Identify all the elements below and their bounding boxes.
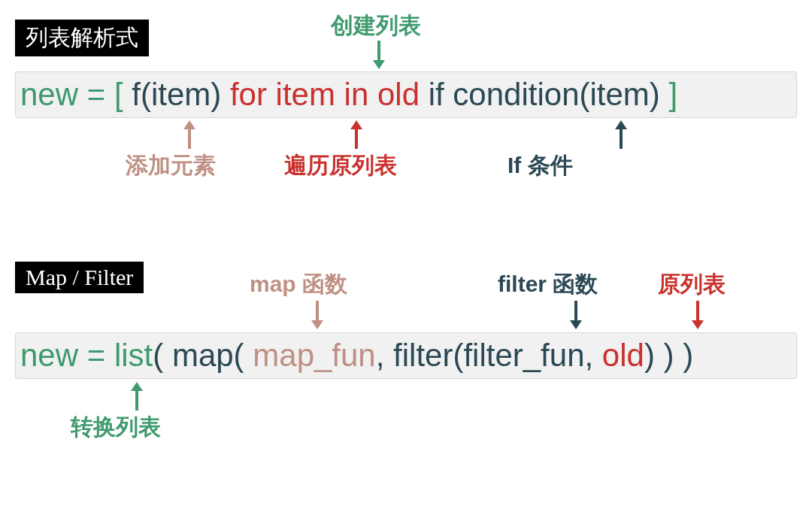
arrow-up-icon <box>611 120 632 150</box>
svg-marker-1 <box>373 60 385 69</box>
code-token: new = <box>20 338 114 373</box>
svg-marker-15 <box>131 382 143 391</box>
svg-marker-3 <box>183 120 195 129</box>
code-listcomp: new = [ f(item) for item in old if condi… <box>15 71 797 118</box>
code-token: if condition(item) <box>429 77 669 112</box>
code-mapfilter: new = list( map( map_fun, filter(filter_… <box>15 332 797 379</box>
svg-marker-5 <box>350 120 362 129</box>
arrow-down-icon <box>565 299 586 329</box>
svg-marker-13 <box>692 320 704 329</box>
arrow-up-icon <box>179 120 200 150</box>
annot-to-list: 转换列表 <box>71 412 161 443</box>
code-token: , <box>585 338 602 373</box>
code-token: [ <box>114 77 132 112</box>
code-token: new = <box>20 77 114 112</box>
annot-map-fn: map 函数 <box>250 269 347 300</box>
code-token: f(item) <box>132 77 230 112</box>
arrow-down-icon <box>368 39 389 69</box>
code-token: list <box>114 338 153 373</box>
arrow-down-icon <box>687 299 708 329</box>
arrow-up-icon <box>126 382 147 412</box>
code-token: , filter( <box>376 338 464 373</box>
code-token: ] <box>668 77 677 112</box>
annot-filter-fn: filter 函数 <box>498 269 598 300</box>
tag-map-filter: Map / Filter <box>15 262 144 293</box>
annot-orig-list: 原列表 <box>658 269 726 300</box>
code-token: for item in old <box>230 77 429 112</box>
annot-if-cond: If 条件 <box>508 150 573 181</box>
code-token: old <box>602 338 644 373</box>
code-token: filter_fun <box>463 338 584 373</box>
code-token: ) ) ) <box>644 338 693 373</box>
annot-create-list: 创建列表 <box>331 11 421 41</box>
code-token: map_fun <box>253 338 375 373</box>
arrow-down-icon <box>307 299 328 329</box>
tag-list-comp: 列表解析式 <box>15 20 149 56</box>
svg-marker-7 <box>615 120 627 129</box>
arrow-up-icon <box>346 120 367 150</box>
code-token: ( map( <box>153 338 253 373</box>
svg-marker-11 <box>570 320 582 329</box>
svg-marker-9 <box>311 320 323 329</box>
annot-iterate: 遍历原列表 <box>284 150 397 181</box>
annot-add-element: 添加元素 <box>126 150 216 181</box>
